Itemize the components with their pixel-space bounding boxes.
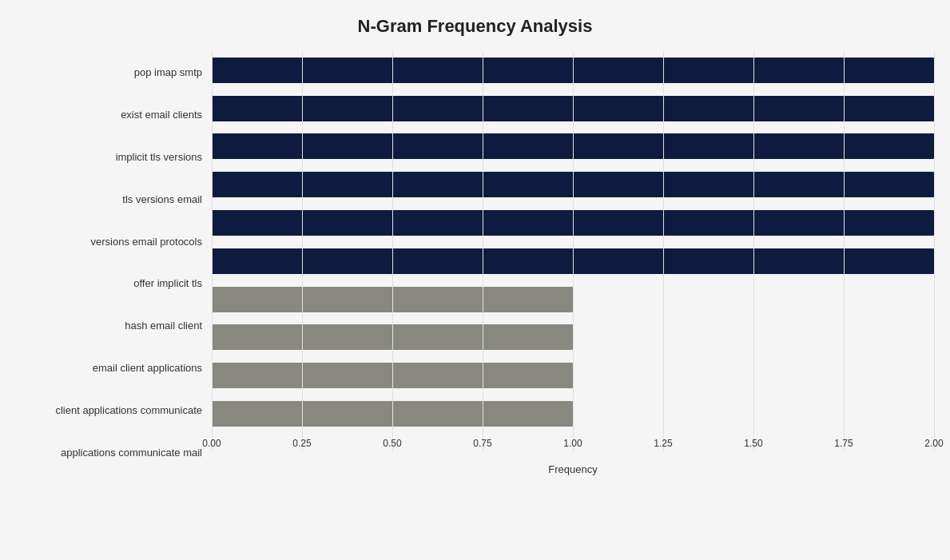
x-tick: 1.25 — [654, 438, 672, 449]
chart-area: pop imap smtpexist email clientsimplicit… — [16, 51, 934, 475]
x-tick: 1.75 — [834, 438, 853, 449]
x-tick: 0.75 — [473, 438, 491, 449]
bar — [212, 287, 573, 312]
y-label: pop imap smtp — [134, 52, 202, 92]
x-tick: 1.00 — [563, 438, 582, 449]
grid-line — [934, 51, 935, 451]
y-label: offer implicit tls — [133, 264, 202, 304]
chart-container: N-Gram Frequency Analysis pop imap smtpe… — [0, 0, 950, 560]
y-label: exist email clients — [121, 94, 202, 134]
bar-row — [212, 396, 934, 431]
bar-row — [212, 358, 934, 393]
x-axis: 0.000.250.500.751.001.251.501.752.00 — [212, 438, 934, 462]
y-label: tls versions email — [122, 179, 202, 219]
bar — [212, 363, 573, 388]
bar-row — [212, 244, 934, 279]
x-tick: 2.00 — [924, 438, 943, 449]
bar-row — [212, 205, 934, 240]
bar — [212, 401, 573, 427]
bar-row — [212, 91, 934, 126]
y-label: hash email client — [125, 306, 202, 346]
bar — [212, 210, 934, 236]
bar — [212, 172, 934, 197]
bars-and-grid: 0.000.250.500.751.001.251.501.752.00 Fre… — [212, 51, 934, 475]
bar-row — [212, 320, 934, 355]
bars-wrapper — [212, 51, 934, 435]
bar — [212, 324, 573, 350]
bar-row — [212, 282, 934, 317]
y-label: email client applications — [93, 348, 202, 388]
bar — [212, 58, 934, 83]
bar-row — [212, 129, 934, 164]
x-tick: 0.50 — [383, 438, 401, 449]
bar — [212, 96, 934, 121]
chart-title: N-Gram Frequency Analysis — [16, 16, 934, 37]
bar-row — [212, 53, 934, 88]
x-tick: 0.25 — [292, 438, 311, 449]
x-tick: 1.50 — [744, 438, 762, 449]
y-label: client applications communicate — [55, 391, 202, 431]
y-label: versions email protocols — [91, 221, 202, 261]
y-label: applications communicate mail — [61, 432, 202, 472]
bar-row — [212, 167, 934, 202]
x-axis-label: Frequency — [212, 463, 934, 475]
bar — [212, 248, 934, 274]
y-label: implicit tls versions — [116, 137, 202, 177]
x-tick: 0.00 — [202, 438, 221, 449]
y-labels: pop imap smtpexist email clientsimplicit… — [16, 51, 212, 475]
bar — [212, 133, 934, 159]
